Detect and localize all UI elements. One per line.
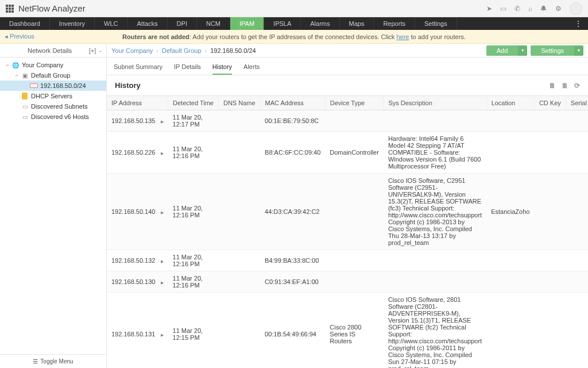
cell (486, 132, 534, 174)
avatar[interactable] (570, 2, 582, 15)
cell (486, 271, 534, 293)
disc-icon: ▭ (21, 102, 29, 110)
rocket-icon[interactable]: ➤ (486, 5, 492, 13)
dhcp-icon (21, 92, 29, 100)
table-row[interactable]: 192.168.50.135 ▶11 Mar 20, 12:17 PM00:1E… (107, 110, 588, 132)
col-header[interactable]: CD Key (534, 96, 566, 110)
menu-ncm[interactable]: NCM (197, 17, 230, 30)
table-row[interactable]: 192.168.50.130 ▶11 Mar 20, 12:16 PMC0:91… (107, 271, 588, 293)
tab-history[interactable]: History (212, 61, 232, 75)
export-pdf-icon[interactable]: 🗎 (562, 82, 568, 90)
settings-dropdown[interactable]: ▼ (574, 45, 583, 56)
cell (566, 110, 588, 132)
table-row[interactable]: 192.168.50.226 ▶11 Mar 20, 12:16 PMB8:AC… (107, 132, 588, 174)
tab-subnet-summary[interactable]: Subnet Summary (114, 61, 163, 75)
col-header[interactable]: IP Address (107, 96, 168, 110)
add-dropdown[interactable]: ▼ (518, 45, 527, 56)
sidebar-header: Network Details [+] - (0, 44, 106, 57)
gear-icon[interactable]: ⚙ (555, 5, 562, 13)
cell: 192.168.50.131 ▶ (107, 293, 168, 369)
add-button[interactable]: Add (486, 45, 519, 56)
history-table: IP AddressDetected TimeDNS NameMAC Addre… (107, 96, 588, 368)
monitor-icon[interactable]: ▭ (500, 5, 506, 13)
menu-inventory[interactable]: Inventory (50, 17, 95, 30)
cell: 11 Mar 20, 12:16 PM (168, 132, 219, 174)
globe-icon: 🌐 (11, 61, 20, 69)
cell (218, 110, 260, 132)
tab-ip-details[interactable]: IP Details (174, 61, 201, 75)
refresh-icon[interactable]: ⟳ (574, 82, 580, 90)
search-icon[interactable]: ⌕ (528, 5, 532, 13)
cell: 00:1E:BE:79:50:8C (260, 110, 325, 132)
cell: 11 Mar 20, 12:15 PM (168, 293, 219, 369)
menu-wlc[interactable]: WLC (95, 17, 127, 30)
folder-icon: ▣ (21, 71, 29, 79)
table-row[interactable]: 192.168.50.132 ▶11 Mar 20, 12:16 PMB4:99… (107, 250, 588, 271)
panel-title: History (115, 81, 141, 90)
content: Your Company›Default Group›192.168.50.0/… (107, 44, 588, 368)
col-header[interactable]: Sys Description (384, 96, 486, 110)
breadcrumb-item[interactable]: Default Group (162, 47, 201, 54)
menu-alarms[interactable]: Alarms (301, 17, 339, 30)
banner-link[interactable]: here (396, 33, 409, 40)
cell: C0:91:34:EF:A1:00 (260, 271, 325, 293)
cell: Cisco 2800 Series IS Routers (325, 293, 384, 369)
tabs: Subnet SummaryIP DetailsHistoryAlerts (107, 57, 588, 75)
cell (218, 132, 260, 174)
cell (534, 174, 566, 250)
tree-item[interactable]: ▭Discovered v6 Hosts (0, 112, 106, 122)
menu-maps[interactable]: Maps (340, 17, 374, 30)
menu-reports[interactable]: Reports (374, 17, 415, 30)
tree-item[interactable]: 192.168.50.0/24 (0, 80, 106, 91)
cell (534, 250, 566, 271)
menu-ipam[interactable]: IPAM (230, 17, 264, 30)
expand-row-icon[interactable]: ▶ (161, 120, 164, 124)
topbar: NetFlow Analyzer ➤ ▭ ✆ ⌕ 🔔︎ ⚙ (0, 0, 588, 17)
expand-row-icon[interactable]: ▶ (161, 151, 164, 155)
tab-alerts[interactable]: Alerts (243, 61, 260, 75)
cell: DomainController (325, 132, 384, 174)
previous-link[interactable]: ◂ Previous (5, 33, 34, 40)
col-header[interactable]: DNS Name (218, 96, 260, 110)
menu-ipsla[interactable]: IPSLA (264, 17, 301, 30)
col-header[interactable]: Device Type (325, 96, 384, 110)
cell: 11 Mar 20, 12:16 PM (168, 271, 219, 293)
menu-more-icon[interactable]: ⋮ (568, 17, 588, 30)
cell (566, 293, 588, 369)
cell (566, 271, 588, 293)
expand-row-icon[interactable]: ▶ (161, 259, 164, 263)
tree-item[interactable]: DHCP Servers (0, 91, 106, 101)
menu-dashboard[interactable]: Dashboard (0, 17, 50, 30)
expand-row-icon[interactable]: ▶ (161, 333, 164, 337)
col-header[interactable]: MAC Address (260, 96, 325, 110)
menu-settings[interactable]: Settings (415, 17, 457, 30)
cell (486, 293, 534, 369)
remove-network-button[interactable]: - (99, 47, 102, 54)
tree-item[interactable]: ▭Discovered Subnets (0, 101, 106, 112)
cell: 11 Mar 20, 12:16 PM (168, 250, 219, 271)
col-header[interactable]: Serial Num (566, 96, 588, 110)
headset-icon[interactable]: ✆ (514, 5, 520, 13)
table-row[interactable]: 192.168.50.131 ▶11 Mar 20, 12:15 PM00:1B… (107, 293, 588, 369)
tree-item[interactable]: −▣Default Group (0, 70, 106, 80)
cell: 192.168.50.140 ▶ (107, 174, 168, 250)
breadcrumb-item[interactable]: Your Company (111, 47, 153, 54)
expand-row-icon[interactable]: ▶ (161, 281, 164, 285)
cell (325, 110, 384, 132)
export-csv-icon[interactable]: 🗎 (549, 82, 556, 90)
menu-dpi[interactable]: DPI (168, 17, 197, 30)
expand-row-icon[interactable]: ▶ (161, 210, 164, 214)
col-header[interactable]: Detected Time (168, 96, 219, 110)
bell-icon[interactable]: 🔔︎ (540, 5, 547, 13)
cell: 11 Mar 20, 12:16 PM (168, 174, 219, 250)
apps-grid-icon[interactable] (6, 5, 14, 13)
settings-button[interactable]: Settings (531, 45, 574, 56)
toggle-menu-button[interactable]: ☰ Toggle Menu (0, 354, 106, 368)
add-network-button[interactable]: [+] (89, 47, 96, 54)
table-row[interactable]: 192.168.50.140 ▶11 Mar 20, 12:16 PM44:D3… (107, 174, 588, 250)
menu-attacks[interactable]: Attacks (128, 17, 168, 30)
col-header[interactable]: Location (486, 96, 534, 110)
cell: 192.168.50.226 ▶ (107, 132, 168, 174)
cell (325, 174, 384, 250)
tree-item[interactable]: −🌐Your Company (0, 60, 106, 70)
